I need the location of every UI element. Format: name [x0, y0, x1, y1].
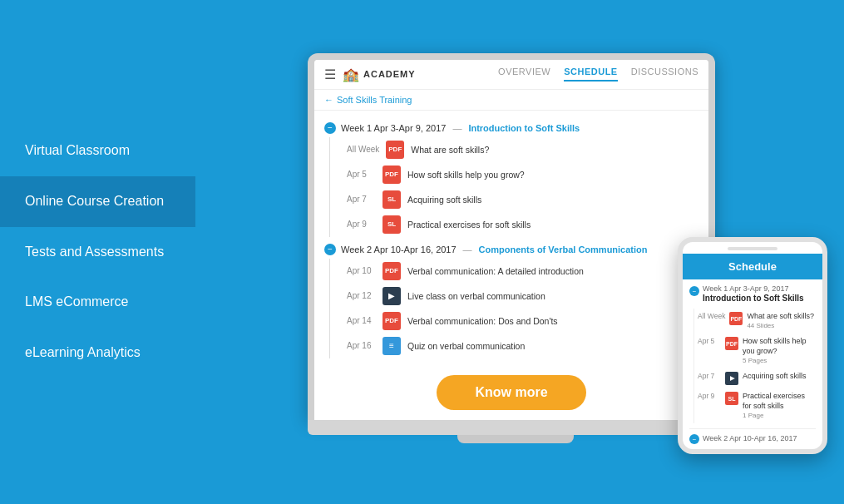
phone-item-0[interactable]: All Week PDF What are soft skills? 44 Sl…	[693, 309, 816, 334]
breadcrumb: ← Soft Skills Training	[314, 90, 708, 111]
phone-notch	[728, 247, 777, 250]
week2-item-2[interactable]: Apr 14 PDF Verbal communication: Dos and…	[329, 309, 698, 334]
phone-slides-icon: SL	[725, 392, 738, 405]
phone-pdf-icon: PDF	[729, 312, 743, 325]
week2-collapse[interactable]: −	[324, 244, 336, 255]
week2-item-0[interactable]: Apr 10 PDF Verbal communication: A detai…	[329, 259, 698, 284]
phone-schedule-header: Schedule	[683, 254, 822, 279]
week1-item-2[interactable]: Apr 7 SL Acquiring soft skills	[329, 187, 698, 212]
phone-pdf-icon: PDF	[725, 337, 738, 350]
nav-discussions[interactable]: DISCUSSIONS	[631, 67, 698, 82]
phone-week2-header: − Week 2 Apr 10-Apr 16, 2017	[689, 428, 816, 444]
phone-week2-collapse[interactable]: −	[689, 434, 699, 444]
laptop-screen: ☰ 🏫 ACADEMY OVERVIEW SCHEDULE DISCUSSION…	[314, 60, 708, 420]
laptop-frame: ☰ 🏫 ACADEMY OVERVIEW SCHEDULE DISCUSSION…	[308, 53, 715, 420]
academy-logo: 🏫 ACADEMY	[343, 67, 416, 82]
video-icon: ▶	[383, 287, 401, 305]
laptop-stand	[457, 435, 574, 443]
pdf-icon: PDF	[383, 166, 401, 184]
week2-item-1[interactable]: Apr 12 ▶ Live class on verbal communicat…	[329, 284, 698, 309]
slides-icon: SL	[383, 190, 401, 209]
main-content: ☰ 🏫 ACADEMY OVERVIEW SCHEDULE DISCUSSION…	[195, 0, 844, 504]
know-more-button[interactable]: Know more	[437, 375, 586, 410]
nav-overview[interactable]: OVERVIEW	[498, 67, 550, 82]
phone-frame: Schedule − Week 1 Apr 3-Apr 9, 2017 Intr…	[678, 237, 827, 454]
laptop-base	[308, 420, 723, 435]
sidebar-item-tests-and-assessments[interactable]: Tests and Assessments	[0, 227, 195, 278]
hamburger-icon[interactable]: ☰	[324, 67, 336, 82]
pdf-icon: PDF	[383, 312, 401, 330]
slides-icon: SL	[383, 215, 401, 234]
week2-header: − Week 2 Apr 10-Apr 16, 2017 — Component…	[324, 244, 698, 255]
week1-collapse[interactable]: −	[324, 122, 336, 134]
phone-item-1[interactable]: Apr 5 PDF How soft skills help you grow?…	[693, 334, 816, 368]
phone-content: − Week 1 Apr 3-Apr 9, 2017 Introduction …	[683, 279, 822, 449]
week1-header: − Week 1 Apr 3-Apr 9, 2017 — Introductio…	[324, 122, 698, 134]
sidebar-item-virtual-classroom[interactable]: Virtual Classroom	[0, 126, 195, 176]
sidebar-item-online-course-creation[interactable]: Online Course Creation	[0, 176, 195, 227]
week1-item-1[interactable]: Apr 5 PDF How soft skills help you grow?	[329, 162, 698, 187]
phone-item-2[interactable]: Apr 7 ▶ Acquiring soft skills	[693, 368, 816, 388]
academy-logo-icon: 🏫	[343, 67, 360, 82]
nav-schedule[interactable]: SCHEDULE	[564, 67, 618, 82]
phone-week1-collapse[interactable]: −	[689, 286, 699, 296]
header-nav: OVERVIEW SCHEDULE DISCUSSIONS	[498, 67, 698, 82]
phone-item-3[interactable]: Apr 9 SL Practical exercises for soft sk…	[693, 388, 816, 423]
phone-week1-header: − Week 1 Apr 3-Apr 9, 2017 Introduction …	[689, 284, 816, 304]
pdf-icon: PDF	[386, 141, 404, 159]
week1-item-0[interactable]: All Week PDF What are soft skills?	[329, 137, 698, 162]
course-list: − Week 1 Apr 3-Apr 9, 2017 — Introductio…	[314, 111, 708, 365]
sidebar-item-lms-ecommerce[interactable]: LMS eCommerce	[0, 277, 195, 328]
quiz-icon: ≡	[383, 337, 401, 355]
app-header: ☰ 🏫 ACADEMY OVERVIEW SCHEDULE DISCUSSION…	[314, 60, 708, 90]
sidebar-item-elearning-analytics[interactable]: eLearning Analytics	[0, 328, 195, 378]
week1-item-3[interactable]: Apr 9 SL Practical exercises for soft sk…	[329, 212, 698, 237]
back-arrow-icon[interactable]: ←	[324, 95, 333, 105]
phone-mockup: Schedule − Week 1 Apr 3-Apr 9, 2017 Intr…	[678, 237, 827, 454]
week2-item-3[interactable]: Apr 16 ≡ Quiz on verbal communication	[329, 334, 698, 358]
phone-video-icon: ▶	[725, 372, 738, 385]
sidebar: Virtual Classroom Online Course Creation…	[0, 0, 195, 504]
pdf-icon: PDF	[383, 262, 401, 280]
laptop-mockup: ☰ 🏫 ACADEMY OVERVIEW SCHEDULE DISCUSSION…	[308, 53, 723, 443]
